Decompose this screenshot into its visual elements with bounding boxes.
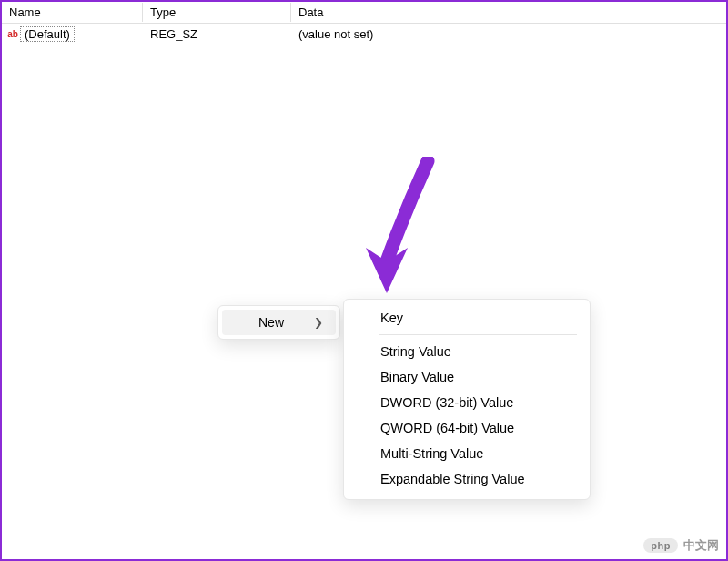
menu-item-label: DWORD (32-bit) Value	[380, 395, 513, 410]
registry-list-header: Name Type Data	[2, 2, 726, 24]
menu-item-binary-value[interactable]: Binary Value	[348, 364, 586, 390]
menu-item-label: String Value	[380, 344, 451, 359]
menu-item-label: Multi-String Value	[380, 446, 483, 461]
menu-item-label: Binary Value	[380, 370, 454, 384]
table-row[interactable]: ab (Default) REG_SZ (value not set)	[2, 24, 726, 44]
cell-data: (value not set)	[291, 27, 726, 41]
menu-item-label: New	[258, 315, 284, 330]
menu-item-string-value[interactable]: String Value	[348, 339, 586, 364]
menu-item-multi-string-value[interactable]: Multi-String Value	[348, 441, 586, 466]
cell-type: REG_SZ	[143, 27, 291, 41]
menu-item-new[interactable]: New ❯	[222, 310, 336, 335]
watermark-badge: php	[643, 538, 678, 553]
watermark: php 中文网	[643, 537, 719, 554]
menu-item-label: Key	[380, 311, 403, 325]
menu-item-label: Expandable String Value	[380, 472, 525, 486]
chevron-right-icon: ❯	[314, 316, 323, 329]
context-menu: New ❯	[217, 305, 340, 340]
cell-name: ab (Default)	[5, 26, 143, 42]
menu-item-expandable-string-value[interactable]: Expandable String Value	[348, 466, 586, 492]
column-header-name[interactable]: Name	[2, 3, 143, 22]
menu-item-qword-value[interactable]: QWORD (64-bit) Value	[348, 415, 586, 441]
watermark-text: 中文网	[683, 537, 719, 554]
column-header-type[interactable]: Type	[143, 3, 291, 22]
menu-divider	[379, 334, 577, 335]
menu-item-label: QWORD (64-bit) Value	[380, 421, 514, 435]
column-header-data[interactable]: Data	[291, 3, 726, 22]
context-submenu-new: Key String Value Binary Value DWORD (32-…	[343, 299, 591, 500]
menu-item-dword-value[interactable]: DWORD (32-bit) Value	[348, 390, 586, 415]
annotation-arrow-icon	[355, 157, 446, 302]
string-value-icon: ab	[5, 26, 20, 41]
cell-name-text: (Default)	[20, 26, 75, 42]
menu-item-key[interactable]: Key	[348, 305, 586, 331]
